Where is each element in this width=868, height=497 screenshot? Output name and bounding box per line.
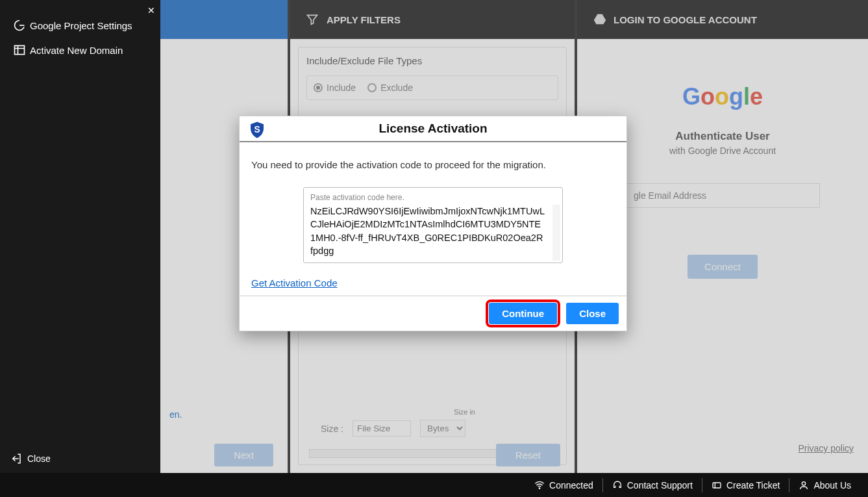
panel-filters-header: APPLY FILTERS	[290, 0, 575, 39]
next-button[interactable]: Next	[214, 444, 273, 466]
person-icon	[799, 480, 809, 491]
svg-rect-4	[713, 483, 721, 488]
modal-instruction: You need to provide the activation code …	[251, 159, 615, 170]
svg-rect-0	[15, 45, 25, 54]
panel-login-header: LOGIN TO GOOGLE ACCOUNT	[577, 0, 868, 39]
status-create-ticket[interactable]: Create Ticket	[702, 478, 789, 492]
google-logo: Google	[682, 83, 763, 110]
sidebar-item-label: Activate New Domain	[30, 45, 123, 56]
activation-code-label: Paste activation code here.	[310, 193, 556, 202]
filter-icon	[306, 13, 327, 26]
exit-icon	[10, 453, 27, 465]
source-note: en.	[169, 409, 182, 420]
ticket-icon	[712, 480, 722, 491]
headset-icon	[612, 480, 623, 491]
wifi-icon	[534, 480, 545, 491]
license-activation-modal: S License Activation You need to provide…	[239, 116, 627, 331]
domain-icon	[13, 44, 30, 57]
radio-include[interactable]: Include	[314, 83, 356, 93]
filters-section-title: Include/Exclude File Types	[306, 55, 558, 66]
svg-text:S: S	[254, 125, 260, 134]
sidebar-close-label: Close	[27, 453, 51, 464]
activation-code-input[interactable]: NzEiLCJRdW90YSI6IjEwIiwibmJmIjoxNTcwNjk1…	[310, 205, 556, 257]
continue-button[interactable]: Continue	[489, 303, 557, 324]
status-connected: Connected	[525, 478, 602, 492]
panel-filters-title: APPLY FILTERS	[327, 14, 401, 25]
svg-point-3	[539, 488, 539, 489]
status-contact-support[interactable]: Contact Support	[602, 478, 702, 492]
size-label: Size :	[321, 424, 343, 434]
email-field[interactable]	[625, 183, 820, 208]
svg-point-5	[802, 481, 806, 485]
size-in-label: Size in	[454, 408, 475, 416]
status-bar: Connected Contact Support Create Ticket …	[0, 473, 868, 497]
panel-login-title: LOGIN TO GOOGLE ACCOUNT	[614, 14, 757, 25]
get-activation-code-link[interactable]: Get Activation Code	[251, 277, 338, 288]
close-button[interactable]: Close	[566, 303, 619, 324]
size-unit-select[interactable]: Bytes	[420, 420, 465, 437]
google-g-icon	[13, 19, 30, 32]
privacy-policy-link[interactable]: Privacy policy	[798, 443, 854, 453]
radio-exclude[interactable]: Exclude	[367, 83, 413, 93]
panel-source-header	[160, 0, 288, 39]
auth-user-title: Authenticate User	[675, 130, 769, 143]
reset-button[interactable]: Reset	[496, 444, 560, 466]
sidebar-item-google-project-settings[interactable]: Google Project Settings	[0, 13, 160, 38]
size-input[interactable]	[353, 420, 411, 437]
connect-button[interactable]: Connect	[688, 255, 758, 279]
auth-user-sub: with Google Drive Account	[669, 146, 776, 156]
status-about-us[interactable]: About Us	[789, 478, 860, 492]
activation-code-box: Paste activation code here. NzEiLCJRdW90…	[303, 187, 563, 263]
sidebar-item-label: Google Project Settings	[30, 20, 132, 31]
sidebar: ✕ Google Project Settings Activate New D…	[0, 0, 160, 497]
sidebar-item-activate-new-domain[interactable]: Activate New Domain	[0, 38, 160, 62]
sidebar-close-button[interactable]: Close	[0, 448, 160, 470]
modal-title: License Activation	[378, 121, 487, 136]
drive-icon	[593, 12, 614, 27]
sidebar-close-icon[interactable]: ✕	[147, 5, 155, 16]
shield-icon: S	[247, 120, 267, 140]
code-scrollbar[interactable]	[552, 205, 560, 261]
